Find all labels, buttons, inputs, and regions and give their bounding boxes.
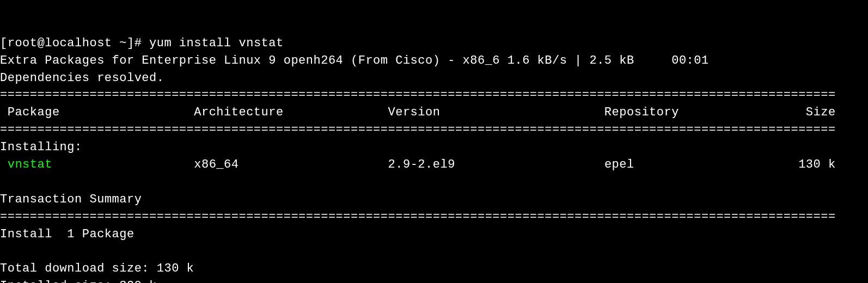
shell-prompt: [root@localhost ~]# (0, 36, 149, 50)
divider: ========================================… (0, 123, 836, 137)
package-size: 130 k (768, 158, 835, 171)
divider: ========================================… (0, 88, 836, 102)
installed-size: Installed size: 309 k (0, 279, 157, 283)
package-version: 2.9-2.el9 (388, 158, 604, 171)
package-arch: x86_64 (194, 158, 388, 171)
repo-status-line: Extra Packages for Enterprise Linux 9 op… (0, 54, 709, 67)
dependencies-resolved: Dependencies resolved. (0, 71, 164, 85)
shell-command: yum install vnstat (149, 36, 284, 50)
package-repo: epel (604, 158, 768, 171)
terminal-output: [root@localhost ~]# yum install vnstat E… (0, 35, 868, 283)
installing-label: Installing: (0, 140, 82, 154)
divider: ========================================… (0, 210, 836, 224)
package-name: vnstat (0, 158, 194, 171)
transaction-summary: Transaction Summary (0, 193, 142, 206)
download-size: Total download size: 130 k (0, 262, 194, 275)
table-header: Package Architecture Version Repository … (0, 106, 836, 119)
install-count: Install 1 Package (0, 227, 135, 241)
